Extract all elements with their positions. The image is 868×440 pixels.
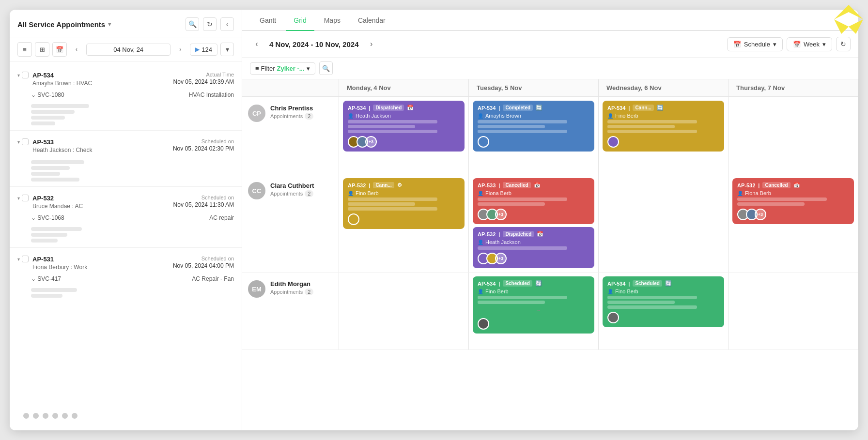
appt-card-534-scheduled-tue[interactable]: AP-534 | Scheduled 🔄 👤 Fino Berb	[473, 276, 594, 334]
schedule-label: Schedule	[744, 41, 770, 48]
status-badge: Scheduled	[633, 280, 662, 287]
person-sub-clara: Appointments 2	[270, 190, 314, 197]
main-container: All Service Appointments ▾ 🔍 ↻ ‹ ≡ ⊞ 📅 ‹…	[10, 10, 858, 430]
appt-card-533-cancelled[interactable]: AP-533 | Cancelled 📅 👤 Fiona Berb	[473, 178, 594, 224]
appt-card-532-dispatched[interactable]: AP-532 | Dispatched 📅 👤 Heath Jackson	[473, 227, 594, 268]
person-icon: 👤	[478, 289, 483, 294]
ap-time-label-532: Scheduled on	[173, 195, 234, 200]
card-id: AP-534	[607, 105, 625, 111]
appt-card-534-dispatched[interactable]: AP-534 | Dispatched 📅 👤 Heath Jackson	[343, 101, 465, 152]
day-clara-thursday: AP-532 | Cancelled 📅 👤 Fiona Berb	[728, 174, 858, 272]
appt-card-534-cancelled-gold[interactable]: AP-534 | Cann... 🔄 👤 Fino Berb	[603, 101, 724, 152]
appt-card-534-scheduled-wed[interactable]: AP-534 | Scheduled 🔄 👤 Fino Berb	[603, 276, 724, 327]
grid-search-button[interactable]: 🔍	[319, 61, 333, 75]
chevron-531[interactable]: ▾	[17, 257, 20, 262]
card-person-name: Heath Jackson	[356, 113, 391, 119]
date-range-display[interactable]: 04 Nov, 24	[86, 44, 170, 56]
ap-time-533: Scheduled on Nov 05, 2024 02:30 PM	[173, 138, 234, 152]
appt-count-edith: 2	[305, 288, 313, 295]
count-text: 124	[202, 46, 212, 53]
chevron-532[interactable]: ▾	[17, 196, 20, 201]
checkbox-534[interactable]	[22, 72, 29, 78]
day-edith-wednesday: AP-534 | Scheduled 🔄 👤 Fino Berb	[599, 273, 728, 349]
card-id: AP-532	[478, 231, 496, 237]
day-clara-monday: AP-532 | Cann... ⚙ 👤 Fino Berb	[339, 174, 469, 272]
separator: |	[498, 182, 500, 188]
checkbox-533[interactable]	[22, 138, 29, 145]
week-dropdown[interactable]: 📅 Week ▾	[787, 37, 832, 51]
schedule-dropdown[interactable]: 📅 Schedule ▾	[727, 37, 783, 51]
calendar-small-icon: 📅	[537, 231, 543, 237]
chevron-down-icon[interactable]: ▾	[108, 21, 111, 28]
calendar-navigation: ‹ 4 Nov, 2024 - 10 Nov, 2024 ›	[250, 37, 378, 51]
person-info-edith: Edith Morgan Appointments 2	[270, 280, 313, 295]
search-button[interactable]: 🔍	[186, 17, 199, 31]
avatar-count: +3	[495, 253, 507, 264]
card-person-name: Fino Berb	[615, 113, 638, 119]
ap-id-532: AP-532	[32, 195, 170, 202]
expand-531: ▾	[17, 256, 29, 262]
filter-icon-button[interactable]: ≡	[17, 42, 32, 57]
checkbox-532[interactable]	[22, 195, 29, 201]
tab-gantt[interactable]: Gantt	[252, 10, 284, 31]
ap-info-532: AP-532 Bruce Mandae : AC	[32, 195, 170, 210]
tab-maps[interactable]: Maps	[316, 10, 348, 31]
appt-card-532-cancelled-thu[interactable]: AP-532 | Cancelled 📅 👤 Fiona Berb	[732, 178, 854, 224]
tab-grid[interactable]: Grid	[286, 10, 314, 31]
next-date-button[interactable]: ›	[173, 43, 187, 56]
ap-info-531: AP-531 Fiona Berbury : Work	[32, 256, 169, 271]
separator: |	[498, 105, 500, 111]
skeleton	[737, 202, 805, 206]
appt-card-532-cann[interactable]: AP-532 | Cann... ⚙ 👤 Fino Berb	[343, 178, 465, 229]
week-icon: 📅	[793, 41, 801, 48]
filter-button[interactable]: ≡ Filter Zylker -... ▾	[250, 62, 315, 75]
card-avatars: +3	[478, 209, 589, 220]
checkbox-531[interactable]	[22, 256, 29, 262]
ap-time-value-534: Nov 05, 2024 10:39 AM	[173, 78, 234, 85]
appointment-group-533: ▾ AP-533 Heath Jackson : Check Scheduled…	[10, 133, 242, 184]
view-toggle-button[interactable]: ⊞	[35, 42, 49, 57]
ap-id-533: AP-533	[32, 138, 169, 146]
skeleton	[607, 296, 697, 299]
skeleton	[31, 166, 70, 170]
person-icon: 👤	[478, 113, 483, 119]
status-badge: Dispatched	[503, 231, 534, 237]
card-person-name: Fiona Berb	[485, 190, 512, 196]
skeleton	[31, 110, 75, 114]
calendar-refresh-button[interactable]: ↻	[836, 37, 851, 51]
calendar-small-icon: 🔄	[536, 105, 542, 111]
svg-marker-0	[849, 5, 863, 19]
chevron-534[interactable]: ▾	[17, 73, 20, 78]
appointments-label-chris: Appointments	[270, 113, 303, 119]
ap-time-label-531: Scheduled on	[173, 256, 234, 261]
header-tuesday: Tuesday, 5 Nov	[469, 79, 599, 96]
tab-calendar[interactable]: Calendar	[350, 10, 393, 31]
calendar-icon-button[interactable]: 📅	[52, 42, 67, 57]
left-toolbar: ≡ ⊞ 📅 ‹ 04 Nov, 24 › ▶ 124 ▾	[10, 37, 242, 62]
skeleton	[478, 197, 567, 201]
skeleton	[31, 227, 82, 231]
divider	[10, 186, 242, 187]
expand-button[interactable]: ▾	[220, 43, 234, 56]
prev-date-button[interactable]: ‹	[70, 43, 83, 56]
skeleton	[31, 294, 62, 298]
prev-week-button[interactable]: ‹	[250, 37, 264, 51]
header-wednesday: Wednesday, 6 Nov	[599, 79, 728, 96]
svc-desc-417: AC Repair - Fan	[192, 275, 234, 282]
card-person: 👤 Heath Jackson	[478, 239, 589, 245]
header-person	[242, 79, 339, 96]
next-week-button[interactable]: ›	[365, 37, 378, 51]
dot	[33, 413, 39, 419]
appt-card-534-completed[interactable]: AP-534 | Completed 🔄 👤 Amayhs Brown	[473, 101, 594, 152]
svc-id-1080: ⌄ SVC-1080	[31, 91, 64, 98]
day-chris-monday: AP-534 | Dispatched 📅 👤 Heath Jackson	[339, 97, 469, 174]
card-avatars	[348, 213, 460, 225]
grid-area: ≡ Filter Zylker -... ▾ 🔍 Monday, 4 Nov T…	[242, 58, 858, 430]
card-person: 👤 Amayhs Brown	[478, 113, 589, 119]
date-range-display: 4 Nov, 2024 - 10 Nov, 2024	[269, 40, 359, 48]
collapse-button[interactable]: ‹	[220, 17, 234, 31]
separator: |	[498, 281, 500, 287]
day-chris-tuesday: AP-534 | Completed 🔄 👤 Amayhs Brown	[469, 97, 599, 174]
refresh-button[interactable]: ↻	[203, 17, 217, 31]
chevron-533[interactable]: ▾	[17, 139, 20, 145]
